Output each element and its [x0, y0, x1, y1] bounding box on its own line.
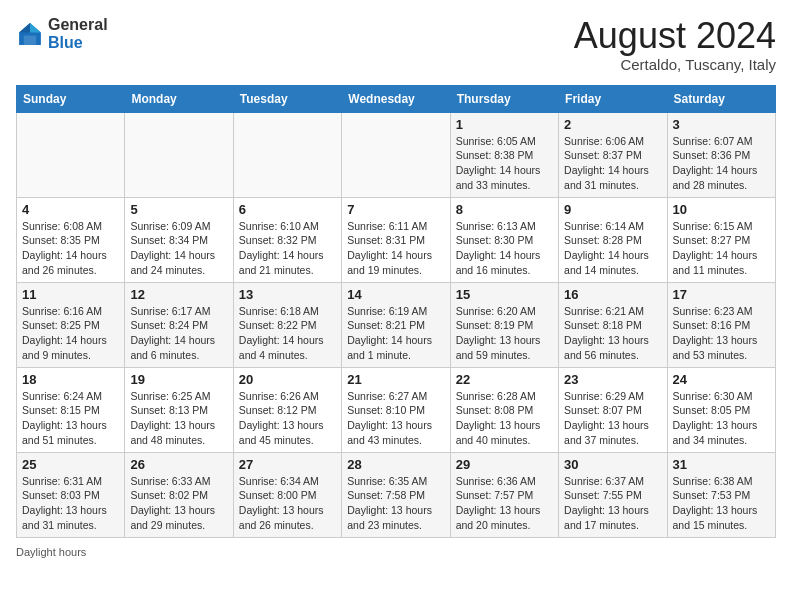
day-number: 9 [564, 202, 661, 217]
day-number: 17 [673, 287, 770, 302]
day-info: Sunrise: 6:15 AM Sunset: 8:27 PM Dayligh… [673, 219, 770, 278]
day-number: 22 [456, 372, 553, 387]
day-number: 20 [239, 372, 336, 387]
day-number: 25 [22, 457, 119, 472]
calendar-cell: 4Sunrise: 6:08 AM Sunset: 8:35 PM Daylig… [17, 197, 125, 282]
day-info: Sunrise: 6:05 AM Sunset: 8:38 PM Dayligh… [456, 134, 553, 193]
day-info: Sunrise: 6:19 AM Sunset: 8:21 PM Dayligh… [347, 304, 444, 363]
calendar-cell: 19Sunrise: 6:25 AM Sunset: 8:13 PM Dayli… [125, 367, 233, 452]
day-info: Sunrise: 6:08 AM Sunset: 8:35 PM Dayligh… [22, 219, 119, 278]
day-number: 4 [22, 202, 119, 217]
calendar-cell: 6Sunrise: 6:10 AM Sunset: 8:32 PM Daylig… [233, 197, 341, 282]
day-info: Sunrise: 6:26 AM Sunset: 8:12 PM Dayligh… [239, 389, 336, 448]
day-info: Sunrise: 6:35 AM Sunset: 7:58 PM Dayligh… [347, 474, 444, 533]
calendar-cell: 8Sunrise: 6:13 AM Sunset: 8:30 PM Daylig… [450, 197, 558, 282]
calendar-cell: 31Sunrise: 6:38 AM Sunset: 7:53 PM Dayli… [667, 452, 775, 537]
day-info: Sunrise: 6:38 AM Sunset: 7:53 PM Dayligh… [673, 474, 770, 533]
day-info: Sunrise: 6:11 AM Sunset: 8:31 PM Dayligh… [347, 219, 444, 278]
title-block: August 2024 Certaldo, Tuscany, Italy [574, 16, 776, 73]
calendar-day-header: Thursday [450, 85, 558, 112]
svg-marker-2 [19, 23, 30, 32]
day-info: Sunrise: 6:37 AM Sunset: 7:55 PM Dayligh… [564, 474, 661, 533]
month-title: August 2024 [574, 16, 776, 56]
day-number: 26 [130, 457, 227, 472]
calendar-cell: 20Sunrise: 6:26 AM Sunset: 8:12 PM Dayli… [233, 367, 341, 452]
calendar-cell: 2Sunrise: 6:06 AM Sunset: 8:37 PM Daylig… [559, 112, 667, 197]
day-number: 28 [347, 457, 444, 472]
calendar-week-row: 25Sunrise: 6:31 AM Sunset: 8:03 PM Dayli… [17, 452, 776, 537]
calendar-cell: 3Sunrise: 6:07 AM Sunset: 8:36 PM Daylig… [667, 112, 775, 197]
day-number: 24 [673, 372, 770, 387]
day-info: Sunrise: 6:30 AM Sunset: 8:05 PM Dayligh… [673, 389, 770, 448]
calendar-cell: 1Sunrise: 6:05 AM Sunset: 8:38 PM Daylig… [450, 112, 558, 197]
day-info: Sunrise: 6:21 AM Sunset: 8:18 PM Dayligh… [564, 304, 661, 363]
day-info: Sunrise: 6:17 AM Sunset: 8:24 PM Dayligh… [130, 304, 227, 363]
day-info: Sunrise: 6:34 AM Sunset: 8:00 PM Dayligh… [239, 474, 336, 533]
calendar-day-header: Friday [559, 85, 667, 112]
day-number: 21 [347, 372, 444, 387]
calendar-cell: 18Sunrise: 6:24 AM Sunset: 8:15 PM Dayli… [17, 367, 125, 452]
calendar-cell: 25Sunrise: 6:31 AM Sunset: 8:03 PM Dayli… [17, 452, 125, 537]
day-number: 19 [130, 372, 227, 387]
day-number: 27 [239, 457, 336, 472]
day-number: 13 [239, 287, 336, 302]
calendar-day-header: Monday [125, 85, 233, 112]
calendar-cell: 16Sunrise: 6:21 AM Sunset: 8:18 PM Dayli… [559, 282, 667, 367]
calendar-week-row: 11Sunrise: 6:16 AM Sunset: 8:25 PM Dayli… [17, 282, 776, 367]
day-number: 6 [239, 202, 336, 217]
day-info: Sunrise: 6:28 AM Sunset: 8:08 PM Dayligh… [456, 389, 553, 448]
logo: General Blue [16, 16, 108, 51]
calendar-header-row: SundayMondayTuesdayWednesdayThursdayFrid… [17, 85, 776, 112]
location-subtitle: Certaldo, Tuscany, Italy [574, 56, 776, 73]
calendar-cell: 11Sunrise: 6:16 AM Sunset: 8:25 PM Dayli… [17, 282, 125, 367]
calendar-cell: 23Sunrise: 6:29 AM Sunset: 8:07 PM Dayli… [559, 367, 667, 452]
calendar-cell: 28Sunrise: 6:35 AM Sunset: 7:58 PM Dayli… [342, 452, 450, 537]
day-info: Sunrise: 6:31 AM Sunset: 8:03 PM Dayligh… [22, 474, 119, 533]
day-number: 30 [564, 457, 661, 472]
day-number: 31 [673, 457, 770, 472]
day-info: Sunrise: 6:14 AM Sunset: 8:28 PM Dayligh… [564, 219, 661, 278]
day-number: 18 [22, 372, 119, 387]
day-number: 16 [564, 287, 661, 302]
day-info: Sunrise: 6:18 AM Sunset: 8:22 PM Dayligh… [239, 304, 336, 363]
calendar-cell: 30Sunrise: 6:37 AM Sunset: 7:55 PM Dayli… [559, 452, 667, 537]
day-info: Sunrise: 6:23 AM Sunset: 8:16 PM Dayligh… [673, 304, 770, 363]
day-number: 11 [22, 287, 119, 302]
day-info: Sunrise: 6:09 AM Sunset: 8:34 PM Dayligh… [130, 219, 227, 278]
calendar-day-header: Tuesday [233, 85, 341, 112]
daylight-label: Daylight hours [16, 546, 86, 558]
calendar-cell: 21Sunrise: 6:27 AM Sunset: 8:10 PM Dayli… [342, 367, 450, 452]
logo-blue: Blue [48, 34, 108, 52]
svg-marker-1 [30, 23, 41, 32]
day-number: 15 [456, 287, 553, 302]
calendar-day-header: Wednesday [342, 85, 450, 112]
calendar-cell [125, 112, 233, 197]
calendar-table: SundayMondayTuesdayWednesdayThursdayFrid… [16, 85, 776, 538]
day-info: Sunrise: 6:10 AM Sunset: 8:32 PM Dayligh… [239, 219, 336, 278]
page-header: General Blue August 2024 Certaldo, Tusca… [16, 16, 776, 73]
day-info: Sunrise: 6:16 AM Sunset: 8:25 PM Dayligh… [22, 304, 119, 363]
day-info: Sunrise: 6:25 AM Sunset: 8:13 PM Dayligh… [130, 389, 227, 448]
day-info: Sunrise: 6:07 AM Sunset: 8:36 PM Dayligh… [673, 134, 770, 193]
logo-icon [16, 20, 44, 48]
calendar-cell: 5Sunrise: 6:09 AM Sunset: 8:34 PM Daylig… [125, 197, 233, 282]
calendar-cell: 27Sunrise: 6:34 AM Sunset: 8:00 PM Dayli… [233, 452, 341, 537]
day-number: 5 [130, 202, 227, 217]
calendar-cell: 7Sunrise: 6:11 AM Sunset: 8:31 PM Daylig… [342, 197, 450, 282]
calendar-week-row: 1Sunrise: 6:05 AM Sunset: 8:38 PM Daylig… [17, 112, 776, 197]
day-info: Sunrise: 6:33 AM Sunset: 8:02 PM Dayligh… [130, 474, 227, 533]
day-number: 14 [347, 287, 444, 302]
calendar-cell: 15Sunrise: 6:20 AM Sunset: 8:19 PM Dayli… [450, 282, 558, 367]
day-info: Sunrise: 6:13 AM Sunset: 8:30 PM Dayligh… [456, 219, 553, 278]
calendar-cell [17, 112, 125, 197]
calendar-cell: 10Sunrise: 6:15 AM Sunset: 8:27 PM Dayli… [667, 197, 775, 282]
calendar-cell [342, 112, 450, 197]
footer: Daylight hours [16, 546, 776, 558]
day-info: Sunrise: 6:29 AM Sunset: 8:07 PM Dayligh… [564, 389, 661, 448]
calendar-cell [233, 112, 341, 197]
day-number: 10 [673, 202, 770, 217]
day-number: 8 [456, 202, 553, 217]
calendar-day-header: Sunday [17, 85, 125, 112]
day-number: 2 [564, 117, 661, 132]
calendar-cell: 24Sunrise: 6:30 AM Sunset: 8:05 PM Dayli… [667, 367, 775, 452]
